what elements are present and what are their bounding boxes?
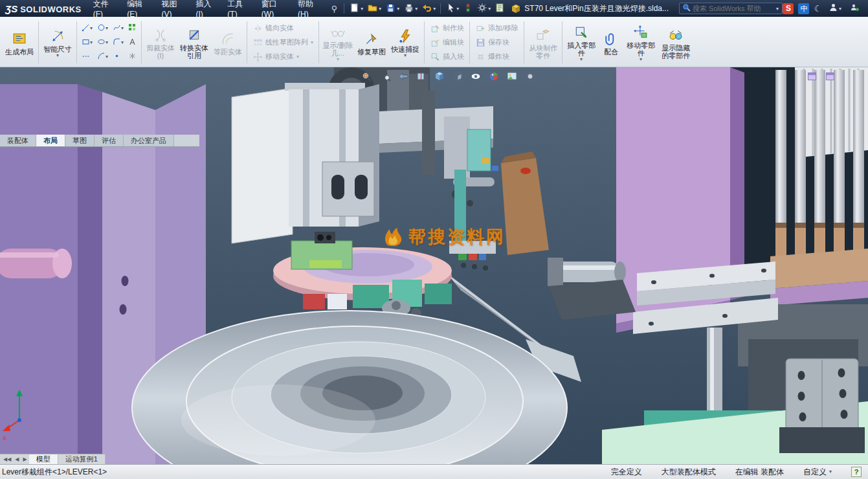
new-document-button[interactable]: ▾ (348, 2, 364, 16)
sketch-ellipse-button[interactable]: ▾ (96, 36, 109, 49)
hinge-bracket[interactable] (786, 359, 858, 431)
new-document-icon (349, 3, 360, 15)
previous-view-icon[interactable] (396, 71, 410, 82)
tab-scroll-first-button[interactable]: ◀◀ (1, 454, 13, 464)
add-remove-button: 添加/移除 (472, 22, 522, 34)
menu-insert[interactable]: 插入(I) (191, 0, 223, 22)
section-view-icon[interactable] (414, 71, 428, 82)
block-stack-2: 添加/移除 保存块 爆炸块 (472, 18, 522, 67)
tab-model[interactable]: 模型 (29, 454, 58, 464)
titlebar-separator (344, 3, 344, 14)
sketch-rectangle-button[interactable]: ▾ (80, 36, 94, 49)
dassault-logo-icon: ƷS (5, 3, 17, 14)
graphics-area[interactable]: X 装配体 布局 草图 评估 办公室产品 帮搜资料网 ◀◀ ◀ ▶ 模型 (0, 67, 868, 464)
customize-dropdown[interactable]: 自定义 ▾ (803, 467, 832, 478)
help-search[interactable]: ▾ (679, 3, 783, 14)
model-3d-scene[interactable]: X (0, 67, 868, 464)
file-properties-button[interactable] (493, 2, 506, 16)
move-entities-button: 移动实体 ▾ (249, 50, 317, 63)
move-component-button[interactable]: 移动零部件 ▾ (624, 22, 658, 63)
mate-button[interactable]: 配合 (598, 28, 624, 56)
sketch-centerline-button[interactable] (80, 50, 94, 63)
undo-button[interactable]: ▾ (420, 2, 437, 16)
sketch-circle-button[interactable]: ▾ (96, 22, 109, 35)
menu-help[interactable]: 帮助(H) (293, 0, 328, 22)
open-button[interactable]: ▾ (366, 2, 383, 16)
smart-dimension-button[interactable]: 智能尺寸 ▾ (41, 26, 74, 59)
model-tabs-bar: ◀◀ ◀ ▶ 模型 运动算例1 (0, 454, 106, 464)
quick-snaps-button[interactable]: 快速捕捉 ▾ (388, 26, 422, 59)
user-login-button[interactable]: ▾ (827, 2, 843, 15)
guide-rods[interactable] (770, 70, 868, 306)
display-delete-relations-button: 显示/删除几... ▾ (321, 22, 355, 63)
menu-file[interactable]: 文件(F) (88, 0, 122, 22)
tab-evaluate[interactable]: 评估 (95, 135, 124, 146)
select-button[interactable]: ▾ (444, 2, 460, 16)
menu-pin-icon[interactable]: ⚲ (328, 4, 342, 14)
tab-assembly[interactable]: 装配体 (0, 135, 36, 146)
centerline-icon (82, 52, 90, 62)
help-toggle-icon[interactable]: ? (851, 467, 862, 477)
solidworks-resource-icon[interactable]: S (783, 3, 794, 14)
sketch-text-button[interactable] (127, 36, 138, 49)
rebuild-icon (463, 3, 473, 15)
text-icon (128, 38, 137, 48)
repair-sketch-button[interactable]: 修复草图 (355, 28, 388, 56)
gear-icon (477, 3, 487, 15)
rebuild-button[interactable] (462, 2, 474, 16)
tab-scroll-prev-button[interactable]: ◀ (13, 454, 21, 464)
block-stack-1: 制作块 编辑块 插入块 (427, 18, 467, 67)
menu-tools[interactable]: 工具(T) (222, 0, 256, 22)
mirror-entities-icon (252, 23, 263, 33)
file-properties-icon (495, 3, 505, 15)
insert-components-button[interactable]: 插入零部件 ▾ (564, 22, 598, 63)
tab-motion-study[interactable]: 运动算例1 (58, 454, 106, 464)
zoom-fit-icon[interactable] (360, 71, 373, 82)
convert-entities-button[interactable]: 转换实体引用 (177, 25, 211, 61)
sketch-pattern-button[interactable] (127, 22, 138, 35)
tab-scroll-next-button[interactable]: ▶ (21, 454, 28, 464)
sketch-fillet-button[interactable]: ▾ (111, 36, 125, 49)
part-from-block-button: 从块制作零件 (526, 25, 560, 61)
app-logo: ƷS SOLIDWORKS (0, 3, 88, 14)
moon-icon[interactable]: ☾ (814, 3, 822, 14)
window-restore-icon[interactable] (826, 72, 834, 80)
view-orientation-icon[interactable] (432, 71, 446, 82)
tab-office-products[interactable]: 办公室产品 (124, 135, 174, 146)
apply-scene-icon[interactable] (505, 71, 518, 82)
clamp-handle[interactable] (0, 249, 72, 278)
sketch-line-button[interactable]: ▾ (80, 22, 94, 35)
convert-entities-icon (186, 27, 203, 43)
print-button[interactable]: ▾ (402, 2, 419, 16)
hide-show-items-icon[interactable] (469, 71, 482, 82)
display-style-icon[interactable] (451, 71, 464, 82)
cylinder-rod[interactable] (707, 328, 722, 410)
save-block-button: 保存块 (472, 36, 522, 49)
show-hidden-components-button[interactable]: 显示隐藏的零部件 (658, 25, 694, 61)
language-icon[interactable]: 中 (798, 3, 809, 14)
sketch-spline-button[interactable]: ▾ (111, 22, 125, 35)
tab-sketch[interactable]: 草图 (65, 135, 95, 146)
asterisk-icon (128, 52, 137, 62)
sketch-tools-stack: 镜向实体 线性草图阵列 ▾ 移动实体 ▾ (249, 18, 317, 67)
menu-edit[interactable]: 编辑(E) (122, 0, 156, 22)
edit-appearance-icon[interactable] (487, 71, 500, 82)
tab-layout[interactable]: 布局 (36, 135, 65, 146)
hinge-support[interactable] (779, 427, 865, 453)
pusher-cylinder[interactable] (548, 258, 636, 320)
sketch-equation-button[interactable] (127, 50, 138, 63)
sketch-point-button[interactable] (111, 50, 125, 63)
titlebar: ƷS SOLIDWORKS 文件(F) 编辑(E) 视图(V) 插入(I) 工具… (0, 0, 868, 17)
view-settings-icon[interactable] (523, 71, 537, 82)
create-layout-button[interactable]: 生成布局 (3, 28, 36, 56)
sketch-arc-button[interactable]: ▾ (96, 50, 109, 63)
menu-view[interactable]: 视图(V) (156, 0, 190, 22)
menu-window[interactable]: 窗口(W) (256, 0, 293, 22)
options-button[interactable]: ▾ (476, 2, 492, 16)
search-input[interactable] (693, 5, 775, 12)
show-hidden-icon (667, 27, 684, 43)
save-button[interactable]: ▾ (384, 2, 401, 16)
window-minimize-icon[interactable] (808, 72, 816, 80)
zoom-area-icon[interactable] (378, 71, 392, 82)
add-user-button[interactable] (849, 2, 861, 15)
